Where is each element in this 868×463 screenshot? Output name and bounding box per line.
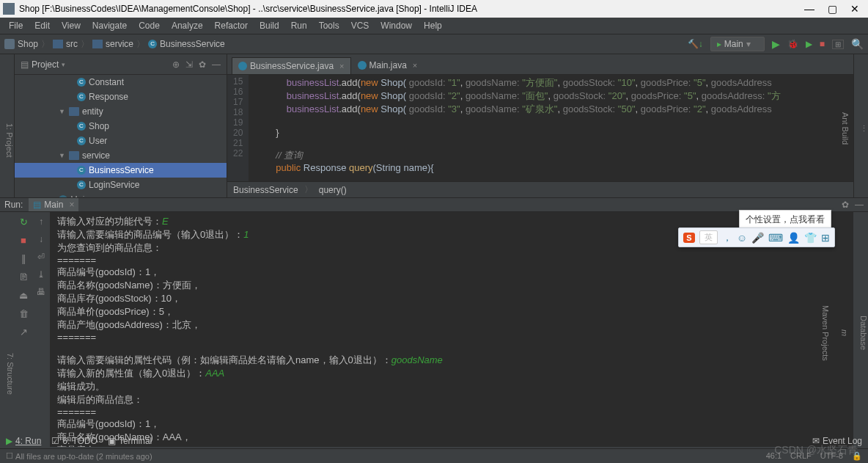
code-breadcrumb: BusinessService 〉 query() xyxy=(227,181,853,197)
class-icon: C xyxy=(148,40,157,48)
stop-button[interactable]: ■ xyxy=(820,39,825,49)
hide-icon[interactable]: — xyxy=(212,59,221,70)
menu-analyze[interactable]: Analyze xyxy=(167,19,207,32)
menu-vcs[interactable]: VCS xyxy=(347,19,374,32)
maximize-button[interactable]: ▢ xyxy=(828,3,837,15)
tree-node-entity[interactable]: ▼entity xyxy=(15,104,227,119)
close-tab-icon[interactable]: × xyxy=(413,61,417,70)
project-pane-title[interactable]: Project xyxy=(32,59,59,70)
ime-lang[interactable]: 英 xyxy=(699,230,718,244)
ime-toolbar[interactable]: S 英 ， ☺ 🎤 ⌨ 👤 👕 ⊞ xyxy=(678,227,835,247)
menu-file[interactable]: File xyxy=(4,19,27,32)
gutter-structure[interactable]: 7: Structure xyxy=(6,353,15,395)
folder-icon xyxy=(92,40,103,48)
run-button[interactable]: ▶ xyxy=(772,38,780,50)
layout-icon[interactable]: ↗ xyxy=(20,327,28,338)
run-tab[interactable]: ▤Main× xyxy=(29,198,78,211)
gutter-maven[interactable]: Maven Projects xyxy=(821,305,830,361)
run-toolbar-2: ↑ ↓ ⏎ ⤓ 🖶 xyxy=(32,212,50,447)
run-config-label: Main xyxy=(724,39,743,49)
settings-icon[interactable]: ✿ xyxy=(199,59,206,70)
breadcrumb-method[interactable]: query() xyxy=(319,185,347,195)
settings-icon[interactable]: ✿ xyxy=(842,200,849,210)
coverage-button[interactable]: ▶ xyxy=(806,39,812,49)
title-bar: Shop [F:\BusinessCodes\IDEA\ManagementCo… xyxy=(0,0,868,18)
build-button[interactable]: 🔨↓ xyxy=(688,39,703,49)
right-gutter: ⋮ Ant Build xyxy=(853,54,868,197)
up-icon[interactable]: ↑ xyxy=(39,216,43,227)
gutter-project[interactable]: 1: Project xyxy=(5,123,14,157)
status-message: All files are up-to-date (2 minutes ago) xyxy=(15,452,152,461)
tree-node-service[interactable]: ▼service xyxy=(15,148,227,163)
down-icon[interactable]: ↓ xyxy=(39,234,43,244)
stop-icon[interactable]: ■ xyxy=(21,235,26,246)
exit-icon[interactable]: ⏏ xyxy=(19,290,28,301)
gutter-ant[interactable]: Ant Build xyxy=(841,112,850,145)
minimize-button[interactable]: — xyxy=(804,3,814,15)
debug-button[interactable]: 🐞 xyxy=(787,39,798,49)
code-area[interactable]: 1516171819202122 businessList.add(new Sh… xyxy=(227,75,853,181)
pause-icon[interactable]: ‖ xyxy=(21,253,26,264)
ime-punct-icon[interactable]: ， xyxy=(722,231,732,244)
status-lock-icon[interactable]: 🔒 xyxy=(852,451,862,461)
tree-node-response[interactable]: CResponse xyxy=(15,90,227,104)
ime-emoji-icon[interactable]: ☺ xyxy=(737,232,747,244)
status-position[interactable]: 46:1 xyxy=(766,451,781,461)
rerun-icon[interactable]: ↻ xyxy=(20,216,28,227)
tree-node-constant[interactable]: CConstant xyxy=(15,75,227,90)
tree-node-shop[interactable]: CShop xyxy=(15,119,227,134)
crumb-class[interactable]: BusinessService xyxy=(160,39,225,49)
menu-code[interactable]: Code xyxy=(134,19,164,32)
wrap-icon[interactable]: ⏎ xyxy=(37,252,45,262)
ime-logo: S xyxy=(683,233,694,243)
scroll-icon[interactable]: ⤓ xyxy=(37,269,45,280)
status-crlf[interactable]: CRLF xyxy=(790,451,812,461)
hide-icon[interactable]: — xyxy=(855,200,864,210)
run-config-combo[interactable]: ▸ Main ▾ xyxy=(710,37,765,51)
menu-tools[interactable]: Tools xyxy=(315,19,344,32)
menu-refactor[interactable]: Refactor xyxy=(210,19,252,32)
breadcrumb-class[interactable]: BusinessService xyxy=(233,185,298,195)
editor: BusinessService.java× Main.java× 1516171… xyxy=(227,54,853,197)
console-output[interactable]: 请输入对应的功能代号：E 请输入需要编辑的商品编号（输入0退出）：1 为您查询到… xyxy=(50,212,853,447)
menu-build[interactable]: Build xyxy=(255,19,284,32)
status-encoding[interactable]: UTF-8 xyxy=(820,451,843,461)
menu-view[interactable]: View xyxy=(57,19,85,32)
menu-edit[interactable]: Edit xyxy=(30,19,54,32)
ime-tooltip[interactable]: 个性设置，点我看看 xyxy=(739,210,831,230)
menu-help[interactable]: Help xyxy=(419,19,446,32)
dump-icon[interactable]: 🖹 xyxy=(19,271,29,282)
ime-skin-icon[interactable]: 👕 xyxy=(804,232,817,244)
ime-voice-icon[interactable]: 🎤 xyxy=(751,232,764,244)
menu-window[interactable]: Window xyxy=(376,19,416,32)
tree-node-user[interactable]: CUser xyxy=(15,134,227,148)
scroll-from-source-icon[interactable]: ⊕ xyxy=(172,59,180,70)
bottom-terminal[interactable]: ▣Terminal xyxy=(108,436,152,446)
delete-icon[interactable]: 🗑 xyxy=(19,308,29,319)
close-button[interactable]: ✕ xyxy=(850,3,859,15)
project-tree[interactable]: CConstant CResponse ▼entity CShop CUser … xyxy=(15,75,227,197)
tab-business-service[interactable]: BusinessService.java× xyxy=(232,57,351,74)
ime-toolbox-icon[interactable]: ⊞ xyxy=(821,232,830,244)
crumb-service[interactable]: service xyxy=(106,39,133,49)
bottom-todo[interactable]: ☑6: TODO xyxy=(51,436,98,446)
tree-node-main[interactable]: CMain xyxy=(15,192,227,197)
crumb-src[interactable]: src xyxy=(66,39,78,49)
crumb-root[interactable]: Shop xyxy=(18,39,38,49)
collapse-icon[interactable]: ⇲ xyxy=(185,59,193,70)
print-icon[interactable]: 🖶 xyxy=(37,287,45,297)
tree-node-login[interactable]: CLoginService xyxy=(15,178,227,192)
ime-user-icon[interactable]: 👤 xyxy=(787,232,800,244)
menu-run[interactable]: Run xyxy=(287,19,312,32)
gutter-database[interactable]: Database xyxy=(859,316,868,350)
tab-main[interactable]: Main.java× xyxy=(351,56,424,74)
close-tab-icon[interactable]: × xyxy=(339,62,344,70)
search-everywhere-button[interactable]: 🔍 xyxy=(851,38,864,50)
ime-keyboard-icon[interactable]: ⌨ xyxy=(768,232,783,244)
code-content[interactable]: businessList.add(new Shop( goodsId: "1",… xyxy=(249,75,853,181)
menu-navigate[interactable]: Navigate xyxy=(88,19,131,32)
layout-button[interactable]: ⊞ xyxy=(832,40,844,49)
tree-node-business[interactable]: CBusinessService xyxy=(15,163,227,178)
bottom-run[interactable]: ▶4: Run xyxy=(6,436,41,446)
bottom-eventlog[interactable]: ✉ Event Log xyxy=(812,436,862,446)
